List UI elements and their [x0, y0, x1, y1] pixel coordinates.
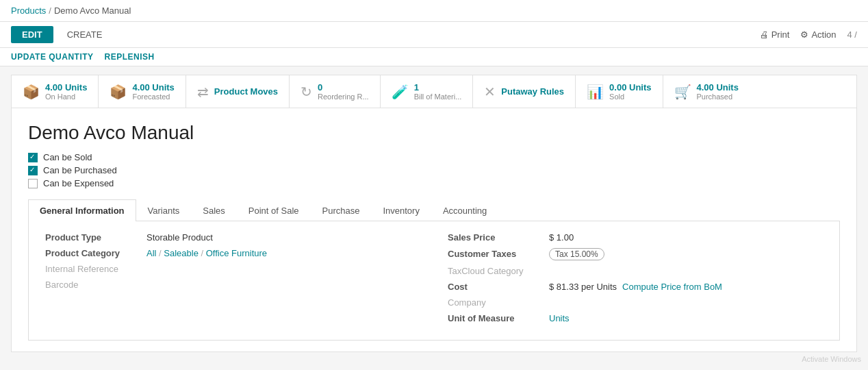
tab-accounting[interactable]: Accounting — [431, 199, 498, 221]
stat-putaway-icon: ✕ — [484, 84, 496, 100]
internal-reference-label: Internal Reference — [45, 264, 141, 274]
stat-bom-label: Bill of Materi... — [414, 92, 462, 101]
stat-on-hand-label: On Hand — [45, 92, 87, 101]
breadcrumb-separator: / — [49, 5, 51, 16]
checkbox-box-2[interactable] — [28, 179, 38, 188]
replenish-link[interactable]: REPLENISH — [105, 52, 155, 62]
checkbox-item-1[interactable]: Can be Purchased — [28, 165, 840, 175]
tab-general[interactable]: General Information — [28, 199, 136, 221]
update-quantity-link[interactable]: UPDATE QUANTITY — [11, 52, 94, 62]
stat-forecasted-value: 4.00 Units — [132, 82, 174, 92]
tab-variants[interactable]: Variants — [136, 199, 192, 221]
stat-on-hand[interactable]: 📦4.00 UnitsOn Hand — [12, 75, 99, 108]
stat-bom-value: 1 — [414, 82, 462, 92]
tab-sales[interactable]: Sales — [191, 199, 237, 221]
taxcloud-row: TaxCloud Category — [448, 266, 823, 276]
stat-on-hand-icon: 📦 — [23, 84, 40, 100]
barcode-row: Barcode — [45, 280, 420, 290]
action-button[interactable]: ⚙ Action — [800, 29, 836, 40]
category-part-1[interactable]: All — [146, 248, 156, 258]
watermark: Activate Windows — [802, 355, 861, 360]
stat-forecasted[interactable]: 📦4.00 UnitsForecasted — [99, 75, 186, 108]
sales-price-value: $ 1.00 — [549, 232, 574, 243]
checkbox-label-0: Can be Sold — [43, 152, 92, 162]
stat-product-moves[interactable]: ⇄Product Moves — [186, 75, 290, 108]
stat-purchased-icon: 🛒 — [674, 84, 691, 100]
pager: 4 / — [847, 29, 857, 40]
tax-badge[interactable]: Tax 15.00% — [549, 248, 604, 260]
cost-row: Cost $ 81.33 per Units Compute Price fro… — [448, 282, 823, 292]
toolbar: EDIT CREATE 🖨 Print ⚙ Action 4 / — [0, 22, 868, 48]
taxcloud-label: TaxCloud Category — [448, 266, 544, 276]
stat-bom-icon: 🧪 — [392, 84, 409, 100]
checkbox-label-2: Can be Expensed — [43, 178, 114, 188]
checkbox-item-0[interactable]: Can be Sold — [28, 152, 840, 162]
product-form: Demo Avco Manual Can be SoldCan be Purch… — [11, 108, 857, 352]
stat-forecasted-label: Forecasted — [132, 92, 174, 101]
tab-pos[interactable]: Point of Sale — [237, 199, 311, 221]
barcode-label: Barcode — [45, 280, 141, 290]
unit-value[interactable]: Units — [549, 313, 570, 323]
tabs: General InformationVariantsSalesPoint of… — [28, 199, 840, 221]
company-label: Company — [448, 297, 544, 308]
stat-reordering[interactable]: ↻0Reordering R... — [290, 75, 381, 108]
stat-on-hand-value: 4.00 Units — [45, 82, 87, 92]
action-bar: UPDATE QUANTITY REPLENISH — [0, 48, 868, 66]
product-category-value[interactable]: All / Saleable / Office Furniture — [146, 248, 267, 258]
breadcrumb-parent[interactable]: Products — [11, 5, 46, 16]
stat-reordering-icon: ↻ — [301, 84, 312, 100]
stat-sold-value: 0.00 Units — [609, 82, 651, 92]
product-category-row: Product Category All / Saleable / Office… — [45, 248, 420, 258]
stat-purchased-label: Purchased — [697, 92, 739, 101]
unit-label: Unit of Measure — [448, 313, 544, 323]
form-left: Product Type Storable Product Product Ca… — [45, 232, 420, 329]
stat-purchased[interactable]: 🛒4.00 UnitsPurchased — [663, 75, 750, 108]
product-type-row: Product Type Storable Product — [45, 232, 420, 243]
stat-sold-icon: 📊 — [587, 84, 604, 100]
category-part-3[interactable]: Office Furniture — [206, 248, 267, 258]
create-button[interactable]: CREATE — [59, 26, 111, 43]
checkbox-box-1[interactable] — [28, 166, 38, 175]
gear-icon: ⚙ — [800, 29, 808, 40]
cost-label: Cost — [448, 282, 544, 292]
print-icon: 🖨 — [760, 29, 769, 40]
company-row: Company — [448, 297, 823, 308]
product-category-label: Product Category — [45, 248, 141, 258]
category-part-2[interactable]: Saleable — [164, 248, 199, 258]
stat-product-moves-value: Product Moves — [214, 86, 278, 97]
stat-purchased-value: 4.00 Units — [697, 82, 739, 92]
product-type-value: Storable Product — [146, 232, 213, 243]
checkbox-label-1: Can be Purchased — [43, 165, 117, 175]
cat-sep-1: / — [156, 248, 164, 258]
form-right: Sales Price $ 1.00 Customer Taxes Tax 15… — [448, 232, 823, 329]
checkbox-group: Can be SoldCan be PurchasedCan be Expens… — [28, 152, 840, 188]
cost-value: $ 81.33 per Units — [549, 282, 617, 292]
stat-reordering-value: 0 — [318, 82, 369, 92]
checkbox-item-2[interactable]: Can be Expensed — [28, 178, 840, 188]
edit-button[interactable]: EDIT — [11, 26, 53, 43]
product-title: Demo Avco Manual — [28, 122, 840, 144]
checkbox-box-0[interactable] — [28, 153, 38, 162]
unit-row: Unit of Measure Units — [448, 313, 823, 323]
stats-bar: 📦4.00 UnitsOn Hand📦4.00 UnitsForecasted⇄… — [11, 75, 857, 108]
stat-forecasted-icon: 📦 — [110, 84, 127, 100]
stat-product-moves-icon: ⇄ — [197, 84, 209, 100]
sales-price-row: Sales Price $ 1.00 — [448, 232, 823, 243]
stat-putaway-value: Putaway Rules — [501, 86, 564, 97]
stat-bom[interactable]: 🧪1Bill of Materi... — [381, 75, 474, 108]
sales-price-label: Sales Price — [448, 232, 544, 243]
compute-price-link[interactable]: Compute Price from BoM — [622, 282, 722, 292]
breadcrumb-current: Demo Avco Manual — [54, 5, 131, 16]
breadcrumb: Products / Demo Avco Manual — [0, 0, 868, 22]
stat-sold-label: Sold — [609, 92, 651, 101]
tab-inventory[interactable]: Inventory — [371, 199, 431, 221]
stat-reordering-label: Reordering R... — [318, 92, 369, 101]
customer-taxes-row: Customer Taxes Tax 15.00% — [448, 248, 823, 260]
product-type-label: Product Type — [45, 232, 141, 243]
tab-purchase[interactable]: Purchase — [311, 199, 372, 221]
print-button[interactable]: 🖨 Print — [760, 29, 790, 40]
internal-reference-row: Internal Reference — [45, 264, 420, 274]
stat-putaway[interactable]: ✕Putaway Rules — [473, 75, 576, 108]
stat-sold[interactable]: 📊0.00 UnitsSold — [576, 75, 663, 108]
cat-sep-2: / — [199, 248, 206, 258]
